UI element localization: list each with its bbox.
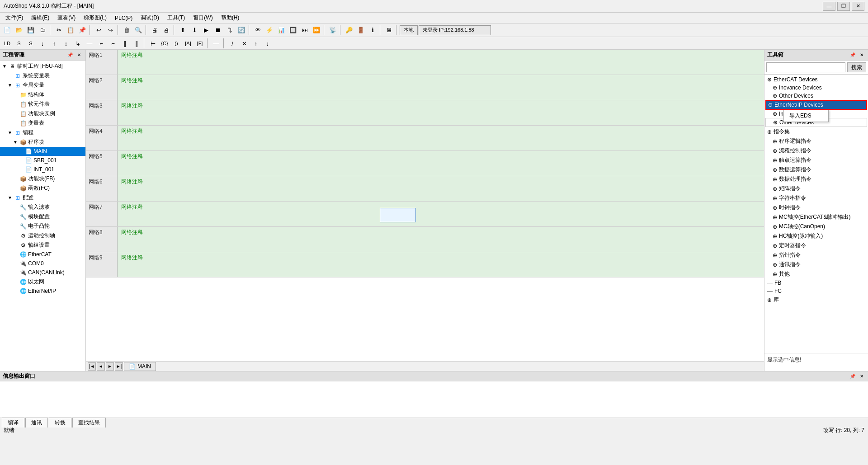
- ladder-btn-15[interactable]: (): [171, 38, 182, 49]
- ladder-btn-2[interactable]: S: [14, 38, 24, 49]
- download-btn[interactable]: ⬇: [189, 25, 200, 36]
- toolbox-hc-inst[interactable]: ⊕ HC轴控(脉冲输入): [765, 231, 867, 241]
- tree-ethernetip[interactable]: 🌐 EtherNet/IP: [0, 287, 85, 296]
- menu-edit[interactable]: 编辑(E): [28, 13, 53, 23]
- tree-root[interactable]: ▼ 🖥 临时工程 [H5U-A8]: [0, 61, 85, 71]
- tree-ethernet[interactable]: 🌐 以太网: [0, 277, 85, 287]
- tree-struct[interactable]: 📁 结构体: [0, 90, 85, 99]
- ladder-btn-21[interactable]: ↑: [250, 38, 261, 49]
- main-tab[interactable]: 📄 MAIN: [124, 362, 156, 371]
- toolbox-other-inst[interactable]: ⊕ 其他: [765, 269, 867, 279]
- toolbox-close-btn[interactable]: ✕: [858, 52, 865, 59]
- toolbox-logic-inst[interactable]: ⊕ 程序逻辑指令: [765, 136, 867, 146]
- toolbox-timer-inst[interactable]: ⊕ 定时器指令: [765, 241, 867, 250]
- tab-find-result[interactable]: 查找结果: [72, 418, 106, 427]
- local-btn[interactable]: 本地: [400, 25, 418, 35]
- tree-fbinst[interactable]: 📋 功能块实例: [0, 109, 85, 118]
- ladder-btn-9[interactable]: ⌐: [96, 38, 107, 49]
- tree-progblock[interactable]: ▼ 📦 程序块: [0, 137, 85, 147]
- ladder-btn-10[interactable]: ⌐: [108, 38, 118, 49]
- io-btn[interactable]: 🔲: [288, 25, 298, 36]
- run-btn[interactable]: ▶: [201, 25, 212, 36]
- menu-file[interactable]: 文件(F): [2, 13, 27, 23]
- transfer-btn[interactable]: ⇅: [224, 25, 235, 36]
- undo-btn[interactable]: ↩: [93, 25, 104, 36]
- menu-tools[interactable]: 工具(T): [164, 13, 189, 23]
- tree-moduleconfig[interactable]: 🔧 模块配置: [0, 212, 85, 221]
- toolbox-search-input[interactable]: [766, 62, 845, 72]
- restore-button[interactable]: ❐: [837, 2, 850, 11]
- tab-convert[interactable]: 转换: [49, 418, 71, 427]
- tree-ecam[interactable]: 🔧 电子凸轮: [0, 221, 85, 231]
- copy-btn[interactable]: 📋: [65, 25, 76, 36]
- close-button[interactable]: ✕: [852, 2, 864, 11]
- print-btn[interactable]: 🖨: [149, 25, 160, 36]
- tree-main[interactable]: 📄 MAIN: [0, 147, 85, 156]
- save-all-btn[interactable]: 🗂: [37, 25, 48, 36]
- toolbox-fb-item[interactable]: — FB: [765, 279, 867, 287]
- ladder-btn-22[interactable]: ↓: [262, 38, 273, 49]
- menu-debug[interactable]: 调试(D): [137, 13, 163, 23]
- tree-axisgroup[interactable]: ⚙ 轴组设置: [0, 240, 85, 250]
- save-btn[interactable]: 💾: [25, 25, 36, 36]
- menu-window[interactable]: 窗口(W): [189, 13, 216, 23]
- ladder-btn-19[interactable]: /: [227, 38, 238, 49]
- step2-btn[interactable]: ⏩: [311, 25, 322, 36]
- tree-fc[interactable]: 📦 函数(FC): [0, 183, 85, 193]
- tree-vartable[interactable]: 📋 变量表: [0, 118, 85, 128]
- toolbox-clock-inst[interactable]: ⊕ 时钟指令: [765, 203, 867, 212]
- toolbox-mc-canopen-inst[interactable]: ⊕ MC轴控(CanOpen): [765, 222, 867, 231]
- paste-btn[interactable]: 📌: [77, 25, 88, 36]
- force-btn[interactable]: ⚡: [264, 25, 275, 36]
- ladder-btn-17[interactable]: [F]: [194, 38, 205, 49]
- ladder-btn-11[interactable]: ‖: [119, 38, 130, 49]
- print2-btn[interactable]: 🖨: [161, 25, 172, 36]
- tree-ethercat[interactable]: 🌐 EtherCAT: [0, 250, 85, 259]
- toolbox-flow-inst[interactable]: ⊕ 流程控制指令: [765, 146, 867, 155]
- toolbox-ethernet-ip-devices[interactable]: ⊖ EtherNet/IP Devices: [765, 100, 867, 110]
- ladder-btn-1[interactable]: LD: [2, 38, 13, 49]
- ladder-btn-18[interactable]: —: [211, 38, 222, 49]
- upload-btn[interactable]: ⬆: [177, 25, 188, 36]
- ladder-btn-12[interactable]: ‖: [131, 38, 142, 49]
- step-btn[interactable]: ⏭: [299, 25, 310, 36]
- login-btn[interactable]: 🔑: [344, 25, 354, 36]
- toolbox-data-proc-inst[interactable]: ⊕ 数据处理指令: [765, 174, 867, 184]
- ladder-container[interactable]: 网络1 网络注释 网络2 网络注释 网络3 网络注释 网络4 网络注释 网络5 …: [86, 50, 764, 361]
- delete-btn[interactable]: 🗑: [121, 25, 132, 36]
- ladder-btn-7[interactable]: ↳: [72, 38, 83, 49]
- toolbox-search-btn[interactable]: 搜索: [847, 62, 866, 72]
- toolbox-ethercat-devices[interactable]: ⊕ EtherCAT Devices: [765, 75, 867, 84]
- tree-fb[interactable]: 📦 功能块(FB): [0, 174, 85, 183]
- project-close-btn[interactable]: ✕: [75, 52, 83, 59]
- menu-plc[interactable]: PLC(P): [111, 14, 136, 22]
- toolbox-contact-inst[interactable]: ⊕ 触点运算指令: [765, 155, 867, 165]
- cut-btn[interactable]: ✂: [53, 25, 64, 36]
- tree-sysvar[interactable]: ⊞ 系统变量表: [0, 71, 85, 80]
- info-pin-btn[interactable]: 📌: [849, 373, 856, 380]
- ladder-btn-16[interactable]: [A]: [183, 38, 193, 49]
- open-btn[interactable]: 📂: [14, 25, 24, 36]
- tree-motionaxis[interactable]: ⚙ 运动控制轴: [0, 231, 85, 240]
- ladder-btn-20[interactable]: ✕: [239, 38, 250, 49]
- logout-btn[interactable]: 🚪: [355, 25, 366, 36]
- nav-next-btn[interactable]: ►: [106, 362, 114, 371]
- nav-last-btn[interactable]: ►|: [115, 362, 123, 371]
- toolbox-lib-item[interactable]: ⊕ 库: [765, 295, 867, 305]
- ladder-btn-3[interactable]: S: [25, 38, 36, 49]
- ladder-btn-14[interactable]: {C}: [159, 38, 170, 49]
- toolbox-fc-item[interactable]: — FC: [765, 287, 867, 295]
- tree-can[interactable]: 🔌 CAN(CANLink): [0, 268, 85, 277]
- tree-config[interactable]: ▼ ⊞ 配置: [0, 193, 85, 202]
- watch-btn[interactable]: 📊: [276, 25, 287, 36]
- status-btn[interactable]: 未登录 IP:192.168.1.88: [419, 25, 491, 35]
- tree-program[interactable]: ▼ ⊞ 编程: [0, 128, 85, 137]
- toolbox-data-calc-inst[interactable]: ⊕ 数据运算指令: [765, 165, 867, 174]
- info-close-btn[interactable]: ✕: [858, 373, 865, 380]
- toolbox-pin-btn[interactable]: 📌: [849, 52, 856, 59]
- monitor-btn[interactable]: 👁: [252, 25, 263, 36]
- search-btn[interactable]: 🔍: [133, 25, 144, 36]
- menu-view[interactable]: 查看(V): [54, 13, 79, 23]
- tab-comm[interactable]: 通讯: [25, 418, 48, 427]
- stop-btn[interactable]: ⏹: [212, 25, 223, 36]
